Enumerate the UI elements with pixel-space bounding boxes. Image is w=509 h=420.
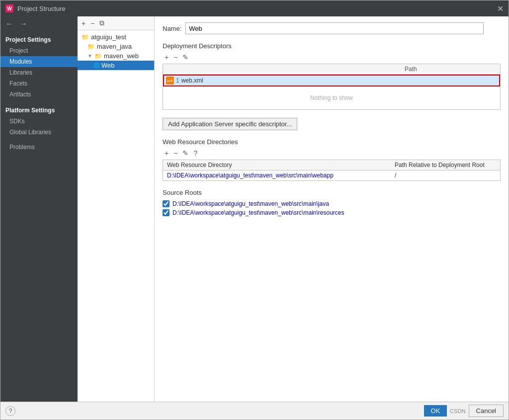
source-root-item-0: D:\IDEA\workspace\atguigu_test\maven_web… [163, 199, 501, 208]
descriptor-edit-button[interactable]: ✎ [180, 53, 190, 62]
tree-items: 📁 atguigu_test 📁 maven_java ▼ 📁 maven_we… [78, 30, 154, 402]
descriptor-file-icon: xml [166, 77, 174, 84]
source-root-checkbox-1[interactable] [163, 209, 170, 216]
sidebar-item-global-libraries[interactable]: Global Libraries [0, 127, 78, 138]
tree-toolbar: + − ⧉ [78, 16, 154, 30]
descriptor-col-path: Path [401, 64, 500, 74]
folder-icon: 📁 [94, 53, 102, 60]
wr-add-button[interactable]: + [163, 149, 170, 158]
bottom-bar: ? OK CSDN Cancel [0, 402, 509, 420]
sidebar-item-project[interactable]: Project [0, 45, 78, 56]
name-label: Name: [163, 25, 181, 32]
sidebar: ← → Project Settings Project Modules Lib… [0, 16, 78, 402]
sidebar-item-facets[interactable]: Facets [0, 78, 78, 89]
nothing-to-show: Nothing to show [163, 86, 500, 109]
wr-relative-path: / [391, 170, 500, 180]
tree-item-atguigu-test[interactable]: 📁 atguigu_test [78, 32, 154, 42]
wr-col2: Path Relative to Deployment Root [391, 160, 500, 170]
project-settings-title: Project Settings [0, 31, 78, 45]
wr-col1: Web Resource Directory [163, 160, 391, 170]
back-button[interactable]: ← [3, 18, 15, 29]
window-title: Project Structure [17, 5, 66, 12]
name-input[interactable] [185, 22, 484, 34]
wr-help-button[interactable]: ? [191, 149, 199, 158]
descriptor-add-button[interactable]: + [163, 53, 170, 62]
folder-icon: 📁 [87, 43, 95, 50]
wr-table-header: Web Resource Directory Path Relative to … [163, 160, 500, 170]
descriptor-table: Path xml 1 web.xml Nothing to show [163, 64, 501, 110]
source-root-path-0: D:\IDEA\workspace\atguigu_test\maven_web… [172, 200, 329, 207]
tree-add-button[interactable]: + [80, 18, 87, 28]
tree-remove-button[interactable]: − [88, 18, 96, 28]
app-icon: W [5, 4, 13, 12]
bottom-right: OK CSDN Cancel [424, 405, 504, 417]
sidebar-item-problems[interactable]: Problems [0, 142, 78, 153]
titlebar: W Project Structure ✕ [0, 0, 509, 16]
wr-table: Web Resource Directory Path Relative to … [163, 160, 501, 181]
right-panel: Name: Deployment Descriptors + − ✎ Path [155, 16, 509, 402]
main-content: ← → Project Settings Project Modules Lib… [0, 16, 509, 402]
source-roots-title: Source Roots [163, 189, 501, 196]
web-module-icon: 🌐 [93, 63, 99, 68]
bottom-left: ? [5, 406, 15, 416]
descriptor-row-name: web.xml [181, 77, 203, 84]
sidebar-item-sdks[interactable]: SDKs [0, 116, 78, 127]
source-roots-section: Source Roots D:\IDEA\workspace\atguigu_t… [163, 189, 501, 217]
wr-row[interactable]: D:\IDEA\workspace\atguigu_test\maven_web… [163, 170, 500, 180]
add-descriptor-button[interactable]: Add Application Server specific descript… [163, 118, 297, 130]
tree-item-maven-web[interactable]: ▼ 📁 maven_web [78, 51, 154, 61]
descriptor-remove-button[interactable]: − [171, 53, 179, 62]
cancel-button[interactable]: Cancel [469, 405, 504, 417]
name-row: Name: [163, 22, 501, 34]
web-resource-section-title: Web Resource Directories [163, 138, 501, 146]
wr-directory-path: D:\IDEA\workspace\atguigu_test\maven_web… [163, 170, 391, 180]
web-resource-section: Web Resource Directories + − ✎ ? Web Res… [163, 138, 501, 181]
descriptor-row-path [400, 80, 499, 82]
descriptor-col1 [163, 64, 401, 74]
project-tree: + − ⧉ 📁 atguigu_test 📁 maven_java ▼ 📁 ma… [78, 16, 155, 402]
deployment-descriptors-section: Deployment Descriptors + − ✎ Path xml [163, 42, 501, 130]
source-root-checkbox-0[interactable] [163, 200, 170, 207]
folder-icon: 📁 [82, 34, 89, 41]
descriptor-row-content: xml 1 web.xml [164, 76, 400, 85]
wr-toolbar: + − ✎ ? [163, 149, 501, 158]
wr-remove-button[interactable]: − [171, 149, 179, 158]
forward-button[interactable]: → [17, 18, 29, 29]
close-button[interactable]: ✕ [497, 4, 504, 13]
descriptor-row-num: 1 [176, 77, 179, 84]
platform-settings-title: Platform Settings [0, 102, 78, 116]
source-root-path-1: D:\IDEA\workspace\atguigu_test\maven_web… [172, 209, 344, 216]
expand-icon: ▼ [87, 53, 92, 59]
descriptor-row[interactable]: xml 1 web.xml [163, 75, 500, 86]
sidebar-item-artifacts[interactable]: Artifacts [0, 89, 78, 100]
sidebar-item-libraries[interactable]: Libraries [0, 67, 78, 78]
ok-button[interactable]: OK [424, 405, 447, 417]
project-structure-window: W Project Structure ✕ ← → Project Settin… [0, 0, 509, 420]
deployment-section-title: Deployment Descriptors [163, 42, 501, 50]
descriptor-table-header: Path [163, 64, 500, 75]
help-button[interactable]: ? [5, 406, 15, 416]
watermark: CSDN [450, 408, 465, 414]
titlebar-left: W Project Structure [5, 4, 66, 12]
tree-item-web[interactable]: 🌐 Web [78, 61, 154, 70]
tree-copy-button[interactable]: ⧉ [97, 18, 106, 28]
wr-edit-button[interactable]: ✎ [180, 149, 190, 158]
sidebar-item-modules[interactable]: Modules [0, 56, 78, 67]
source-root-item-1: D:\IDEA\workspace\atguigu_test\maven_web… [163, 208, 501, 217]
tree-item-maven-java[interactable]: 📁 maven_java [78, 42, 154, 51]
descriptor-toolbar: + − ✎ [163, 53, 501, 62]
